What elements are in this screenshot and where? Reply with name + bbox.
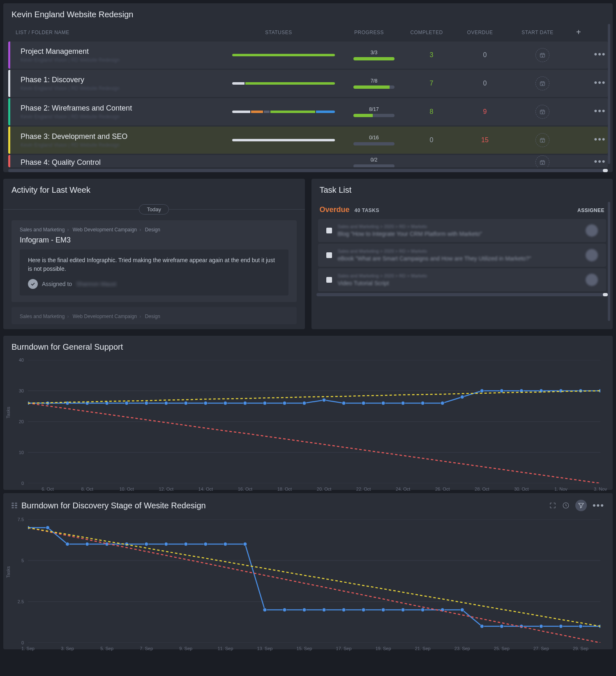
clock-icon[interactable]	[562, 502, 570, 509]
svg-point-28	[381, 401, 385, 405]
start-date-icon[interactable]	[535, 133, 549, 147]
svg-point-22	[263, 401, 267, 405]
overdue-count: 15	[460, 136, 510, 144]
svg-point-63	[381, 608, 385, 612]
tasklist-panel: Task List Overdue 40 TASKS ASSIGNEE Sale…	[311, 179, 613, 329]
start-date-icon[interactable]	[535, 48, 549, 62]
status-bar	[232, 111, 335, 113]
svg-point-26	[342, 401, 346, 405]
chart1-title: Burndown for General Support	[12, 342, 123, 352]
x-tick: 16. Oct	[238, 487, 252, 491]
project-list-panel: Kevin England Website Redesign LIST / FO…	[3, 3, 613, 172]
svg-point-51	[145, 542, 148, 546]
svg-point-37	[559, 389, 563, 393]
filter-icon[interactable]	[575, 500, 587, 511]
horizontal-scrollbar[interactable]	[8, 169, 608, 172]
svg-point-25	[322, 398, 326, 402]
x-tick: 18. Oct	[277, 487, 292, 491]
task-checkbox[interactable]	[326, 252, 332, 258]
x-tick: 6. Oct	[42, 487, 53, 491]
row-subtitle: Kevin England Vision | RD Website Redesi…	[21, 85, 222, 91]
tasklist-title: Task List	[311, 179, 613, 200]
task-avatar[interactable]	[586, 224, 598, 237]
activity-breadcrumb-2[interactable]: Sales and Marketing› Web Development Cam…	[20, 314, 288, 319]
progress-label: 0/2	[345, 157, 403, 163]
row-more-icon[interactable]: •••	[594, 77, 606, 88]
row-more-icon[interactable]: •••	[594, 106, 606, 116]
start-date-icon[interactable]	[535, 105, 549, 119]
svg-point-68	[480, 625, 484, 628]
project-row[interactable]: Phase 2: Wireframes and ContentKevin Eng…	[8, 98, 608, 125]
task-item[interactable]: Sales and Marketing > 2020 > RD > Market…	[318, 244, 607, 267]
task-item[interactable]: Sales and Marketing > 2020 > RD > Market…	[318, 219, 607, 242]
y-tick: 40	[12, 358, 24, 362]
svg-point-61	[342, 608, 346, 612]
header-overdue: OVERDUE	[455, 30, 505, 35]
task-breadcrumb: Sales and Marketing > 2020 > RD > Market…	[338, 224, 580, 229]
row-subtitle: Kevin England Vision | RD Website Redesi…	[21, 57, 222, 63]
project-row[interactable]: Project ManagementKevin England Vision |…	[8, 42, 608, 69]
x-tick: 23. Sep	[455, 646, 470, 651]
chart2-area: Tasks 02.557.51. Sep3. Sep5. Sep7. Sep9.…	[28, 519, 600, 643]
activity-card-2[interactable]: Sales and Marketing› Web Development Cam…	[12, 307, 297, 324]
expand-icon[interactable]	[549, 502, 556, 509]
activity-card[interactable]: Sales and Marketing› Web Development Cam…	[12, 220, 297, 302]
project-list-header: LIST / FOLDER NAME STATUSES PROGRESS COM…	[3, 24, 613, 40]
task-title: Video Tutorial Script	[338, 280, 580, 286]
row-title: Phase 1: Discovery	[21, 76, 222, 84]
task-checkbox[interactable]	[326, 277, 332, 283]
chart2-ylabel: Tasks	[6, 566, 11, 578]
tasklist-scrollbar[interactable]	[608, 202, 610, 321]
header-completed: COMPLETED	[398, 30, 455, 35]
task-checkbox[interactable]	[326, 228, 332, 233]
activity-card-body: Here is the final edited Infographic. Tr…	[20, 249, 288, 295]
x-tick: 10. Oct	[119, 487, 134, 491]
row-more-icon[interactable]: •••	[594, 49, 606, 59]
y-tick: 0	[12, 640, 24, 645]
x-tick: 7. Sep	[140, 646, 153, 651]
svg-point-57	[263, 608, 267, 612]
svg-point-65	[421, 608, 425, 612]
activity-card-title: Infogram - EM3	[20, 236, 288, 245]
project-row[interactable]: Phase 3: Development and SEOKevin Englan…	[8, 127, 608, 154]
svg-point-60	[322, 608, 326, 612]
chart2-more-icon[interactable]: •••	[593, 504, 604, 507]
svg-point-21	[243, 401, 247, 405]
add-column-button[interactable]: +	[576, 28, 581, 37]
task-avatar[interactable]	[586, 249, 598, 261]
row-more-icon[interactable]: •••	[594, 156, 606, 166]
start-date-icon[interactable]	[535, 76, 549, 90]
project-row[interactable]: Phase 1: DiscoveryKevin England Vision |…	[8, 70, 608, 97]
y-tick: 2.5	[12, 599, 24, 604]
status-bar	[232, 54, 335, 56]
x-tick: 30. Oct	[514, 487, 528, 491]
x-tick: 11. Sep	[217, 646, 233, 651]
svg-point-64	[401, 608, 405, 612]
vertical-scrollbar[interactable]	[608, 24, 610, 164]
task-items-container: Sales and Marketing > 2020 > RD > Market…	[311, 219, 613, 291]
x-tick: 3. Sep	[61, 646, 74, 651]
overdue-count: 9	[460, 108, 510, 115]
tasklist-scrollbar-h[interactable]	[316, 293, 608, 296]
chart1-area: Tasks 0102030406. Oct8. Oct10. Oct12. Oc…	[28, 360, 600, 483]
completed-count: 3	[403, 51, 460, 59]
project-row[interactable]: Phase 4: Quality Control0/2•••	[8, 155, 608, 167]
start-date-icon[interactable]	[535, 155, 549, 167]
svg-point-18	[184, 401, 188, 405]
progress-bar	[353, 114, 395, 117]
x-tick: 15. Sep	[297, 646, 312, 651]
drag-handle-icon[interactable]	[12, 503, 17, 508]
row-more-icon[interactable]: •••	[594, 134, 606, 144]
progress-label: 8/17	[345, 106, 403, 112]
svg-point-27	[362, 401, 365, 405]
today-divider: Today	[3, 203, 305, 215]
x-tick: 21. Sep	[415, 646, 431, 651]
x-tick: 1. Nov	[554, 487, 568, 491]
x-tick: 20. Oct	[317, 487, 331, 491]
activity-breadcrumb[interactable]: Sales and Marketing› Web Development Cam…	[20, 227, 288, 233]
task-avatar[interactable]	[586, 274, 598, 286]
svg-point-15	[125, 401, 129, 405]
x-tick: 1. Sep	[21, 646, 35, 651]
x-tick: 13. Sep	[257, 646, 272, 651]
task-item[interactable]: Sales and Marketing > 2020 > RD > Market…	[318, 268, 607, 291]
